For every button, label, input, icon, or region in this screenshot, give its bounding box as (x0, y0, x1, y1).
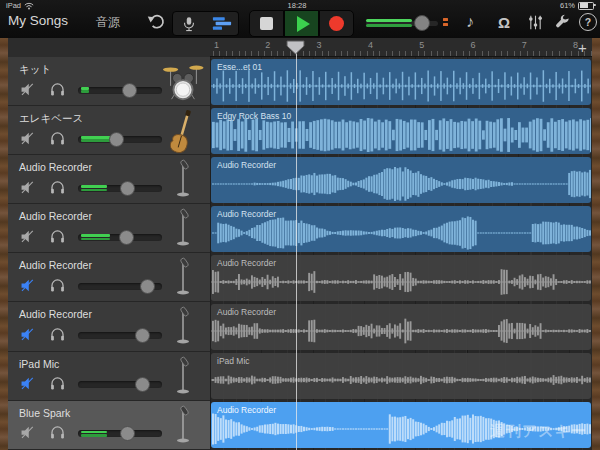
headphones-solo-button[interactable] (48, 80, 66, 98)
mute-button[interactable] (18, 227, 36, 245)
track-volume-slider[interactable] (78, 82, 162, 98)
track-header-3[interactable]: Audio Recorder (8, 155, 210, 204)
mute-button[interactable] (18, 424, 36, 442)
track-volume-knob[interactable] (119, 230, 134, 245)
region-rows: Esse...et 01Edgy Rock Bass 10Audio Recor… (210, 57, 592, 450)
track-volume-knob[interactable] (135, 377, 150, 392)
undo-button[interactable] (146, 11, 166, 31)
battery-label: 61% (560, 1, 575, 10)
track-header-1[interactable]: キット (8, 57, 210, 106)
mic-instrument-icon[interactable] (161, 255, 205, 300)
playhead-handle[interactable] (286, 40, 305, 55)
track-volume-knob[interactable] (109, 132, 124, 147)
mic-instrument-icon[interactable] (161, 304, 205, 349)
ruler-bar-3: 3 (317, 40, 322, 50)
track-volume-slider[interactable] (78, 180, 162, 196)
play-button[interactable] (284, 10, 319, 37)
region-label: Audio Recorder (217, 160, 276, 170)
arrangement-area: キットエレキベースAudio RecorderAudio RecorderAud… (0, 38, 600, 450)
track-volume-knob[interactable] (120, 181, 135, 196)
master-volume-slider[interactable] (366, 14, 438, 32)
ruler-bar-2: 2 (265, 40, 270, 50)
mic-instrument-icon[interactable] (161, 157, 205, 202)
track-volume-slider[interactable] (78, 278, 162, 294)
audio-region[interactable]: Audio Recorder (211, 255, 591, 301)
track-volume-slider[interactable] (78, 229, 162, 245)
track-volume-slider[interactable] (78, 377, 162, 393)
track-lane-7: iPad Mic (210, 352, 592, 401)
mute-button[interactable] (18, 129, 36, 147)
region-label: Audio Recorder (217, 258, 276, 268)
add-track-button[interactable]: + (574, 38, 591, 56)
region-label: Audio Recorder (217, 405, 276, 415)
tracks-view-icon (212, 16, 232, 31)
status-bar: iPad 18:28 61% (0, 0, 600, 11)
song-settings-button[interactable] (551, 11, 573, 33)
tracks-view-button[interactable] (205, 11, 239, 36)
instruments-button[interactable]: 音源 (96, 14, 120, 31)
loops-note-icon: ♪ (466, 13, 474, 31)
headphones-solo-button[interactable] (48, 424, 66, 442)
track-header-2[interactable]: エレキベース (8, 106, 210, 155)
track-header-7[interactable]: iPad Mic (8, 352, 210, 401)
mic-instrument-icon[interactable] (161, 206, 205, 251)
headphones-solo-button[interactable] (48, 227, 66, 245)
track-controls-button[interactable] (524, 11, 546, 33)
track-lane-6: Audio Recorder (210, 302, 592, 351)
track-volume-slider[interactable] (78, 426, 162, 442)
audio-region[interactable]: Audio Recorder (211, 304, 591, 350)
track-volume-knob[interactable] (140, 279, 155, 294)
headphones-solo-button[interactable] (48, 178, 66, 196)
audio-region[interactable]: Audio Recorder (211, 206, 591, 252)
bass-instrument-icon[interactable] (161, 108, 205, 153)
mute-button[interactable] (18, 325, 36, 343)
master-volume-knob[interactable] (414, 15, 430, 31)
record-icon (329, 16, 344, 31)
track-volume-knob[interactable] (122, 83, 137, 98)
mute-button[interactable] (18, 276, 36, 294)
track-header-6[interactable]: Audio Recorder (8, 302, 210, 351)
loops-note-button[interactable]: ♪ (459, 11, 481, 33)
ruler-bar-7: 7 (522, 40, 527, 50)
headphones-solo-button[interactable] (48, 129, 66, 147)
record-input-button[interactable] (172, 11, 206, 36)
track-header-column: キットエレキベースAudio RecorderAudio RecorderAud… (8, 57, 210, 450)
audio-region[interactable]: Edgy Rock Bass 10 (211, 108, 591, 154)
waveform (211, 216, 591, 250)
ruler-bar-5: 5 (419, 40, 424, 50)
track-header-8[interactable]: Blue Spark (8, 401, 210, 450)
audio-region[interactable]: Esse...et 01 (211, 59, 591, 105)
track-header-4[interactable]: Audio Recorder (8, 204, 210, 253)
track-name: iPad Mic (19, 358, 59, 370)
track-volume-slider[interactable] (78, 131, 162, 147)
wood-edge-right (592, 38, 600, 450)
headphones-solo-button[interactable] (48, 276, 66, 294)
drums-instrument-icon[interactable] (161, 59, 205, 104)
help-icon: ? (585, 16, 591, 28)
loop-browser-button[interactable]: Ω (493, 11, 515, 33)
track-name: Audio Recorder (19, 210, 92, 222)
track-header-5[interactable]: Audio Recorder (8, 253, 210, 302)
my-songs-button[interactable]: My Songs (8, 13, 68, 28)
mute-button[interactable] (18, 375, 36, 393)
track-name: Audio Recorder (19, 161, 92, 173)
mute-button[interactable] (18, 80, 36, 98)
help-button[interactable]: ? (577, 11, 599, 33)
mic-instrument-icon[interactable] (161, 354, 205, 399)
headphones-solo-button[interactable] (48, 325, 66, 343)
track-volume-knob[interactable] (120, 426, 135, 441)
track-volume-slider[interactable] (78, 327, 162, 343)
track-volume-knob[interactable] (135, 328, 150, 343)
garageband-screen: iPad 18:28 61% My Songs 音源 ♪ (0, 0, 600, 450)
audio-region[interactable]: Audio Recorder (211, 157, 591, 203)
record-button[interactable] (319, 10, 354, 37)
mixer-icon (527, 14, 544, 31)
stop-button[interactable] (249, 10, 284, 37)
waveform (211, 265, 591, 299)
mute-button[interactable] (18, 178, 36, 196)
bar-ruler[interactable]: 12345678+ (210, 38, 592, 57)
waveform (211, 363, 591, 397)
mic-instrument-icon[interactable] (161, 403, 205, 448)
headphones-solo-button[interactable] (48, 375, 66, 393)
audio-region[interactable]: iPad Mic (211, 353, 591, 399)
